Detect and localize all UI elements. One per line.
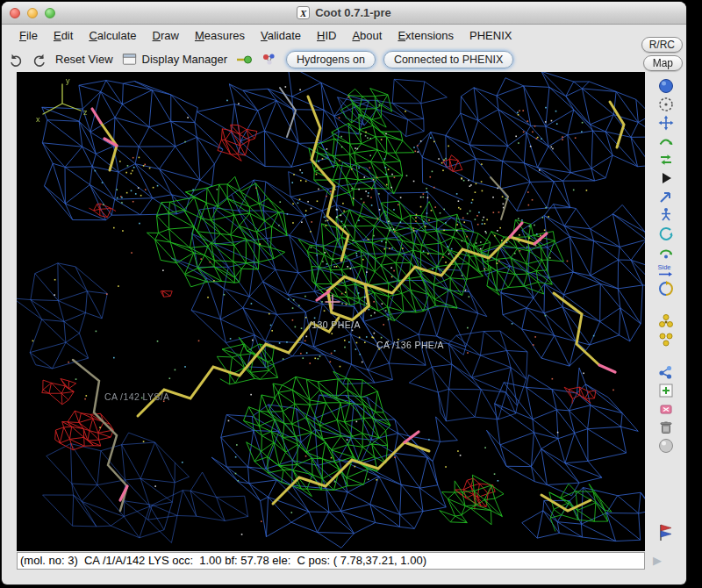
jed-flip-icon[interactable] [655, 279, 677, 298]
menu-draw[interactable]: Draw [146, 26, 186, 45]
left-gutter [2, 72, 17, 551]
reset-view-button[interactable]: Reset View [55, 53, 113, 66]
edit-chi-angles-icon[interactable] [655, 205, 677, 224]
menu-calculate[interactable]: Calculate [82, 26, 143, 45]
auto-fit-rotamer-icon[interactable] [655, 169, 677, 187]
minimize-button[interactable] [27, 8, 38, 18]
menu-extensions[interactable]: Extensions [390, 26, 461, 45]
flip-peptide-icon[interactable] [655, 242, 677, 261]
rotate-translate-icon[interactable] [655, 150, 677, 169]
toolbar: Reset View Display Manager Hydrogens on … [2, 47, 686, 72]
window-controls [10, 8, 55, 18]
map-button[interactable]: Map [643, 55, 683, 71]
add-terminal-residue-icon[interactable] [655, 312, 677, 330]
display-manager-label: Display Manager [142, 53, 228, 66]
window-title-group: X Coot 0.7.1-pre [297, 6, 391, 19]
torsion-general-icon[interactable] [655, 224, 677, 242]
x11-icon: X [297, 6, 310, 19]
reset-view-label: Reset View [55, 53, 113, 66]
clear-pending-icon[interactable] [655, 399, 677, 418]
redo-icon[interactable] [32, 52, 47, 68]
menu-hid[interactable]: HID [310, 26, 343, 45]
fixed-atoms-icon[interactable] [655, 113, 677, 132]
viewport: /130 PHE/A CA /136 PHE/A CA /142 LYS/A [17, 72, 645, 551]
menu-measures[interactable]: Measures [188, 26, 252, 45]
display-manager-button[interactable]: Display Manager [121, 51, 228, 68]
undo-sphere-icon[interactable] [655, 436, 677, 455]
right-toolbar: Side [645, 72, 686, 551]
rotamers-icon[interactable] [655, 187, 677, 205]
side-chain-180-icon[interactable]: Side [655, 261, 677, 279]
add-atom-icon[interactable] [655, 381, 677, 399]
menu-edit[interactable]: Edit [47, 26, 80, 45]
expander-icon[interactable]: ▶ [653, 554, 662, 567]
undo-icon[interactable] [8, 52, 24, 68]
display-manager-icon [121, 51, 138, 68]
zoom-button[interactable] [45, 8, 55, 18]
side-icon-label: Side [657, 263, 670, 271]
go-to-atom-icon[interactable] [235, 51, 253, 68]
window-title: Coot 0.7.1-pre [315, 6, 391, 19]
title-bar: X Coot 0.7.1-pre [2, 2, 686, 25]
rigid-body-fit-icon[interactable] [655, 132, 677, 150]
menu-phenix[interactable]: PHENIX [462, 26, 519, 45]
status-bar: (mol. no: 3) CA /1/A/142 LYS occ: 1.00 b… [17, 552, 645, 570]
regularize-zone-icon[interactable] [655, 95, 677, 113]
coot-window: X Coot 0.7.1-pre File Edit Calculate Dra… [2, 2, 686, 584]
status-row: (mol. no: 3) CA /1/A/142 LYS occ: 1.00 b… [2, 551, 686, 570]
close-button[interactable] [10, 8, 20, 18]
menu-about[interactable]: About [345, 26, 389, 45]
go-to-ligand-icon[interactable] [261, 51, 278, 68]
menu-validate[interactable]: Validate [254, 26, 308, 45]
real-space-refine-icon[interactable] [655, 76, 677, 95]
place-atom-icon[interactable] [655, 362, 677, 381]
gl-canvas[interactable] [17, 72, 645, 551]
mutate-icon[interactable] [655, 521, 677, 544]
hydrogens-toggle-button[interactable]: Hydrogens on [286, 51, 376, 68]
connected-to-phenix-button[interactable]: Connected to PHENIX [383, 51, 513, 68]
delete-item-icon[interactable] [655, 418, 677, 436]
add-alt-conf-icon[interactable] [655, 330, 677, 348]
main-content: /130 PHE/A CA /136 PHE/A CA /142 LYS/A S… [2, 72, 686, 551]
menu-bar: File Edit Calculate Draw Measures Valida… [2, 25, 686, 47]
r-rc-button[interactable]: R/RC [641, 37, 683, 53]
menu-file[interactable]: File [12, 26, 45, 45]
